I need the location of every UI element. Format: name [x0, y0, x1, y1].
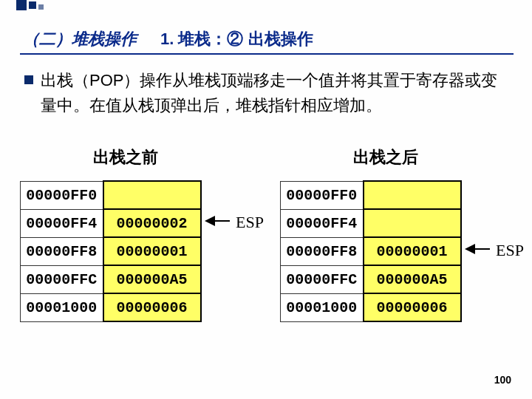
addr-cell: 00000FFC: [21, 265, 103, 293]
table-row: 00000FFC000000A5: [21, 265, 201, 293]
val-cell: 00000002: [103, 209, 201, 237]
after-title: 出栈之后: [258, 146, 514, 168]
table-row: 00000FF0: [281, 181, 461, 209]
before-diagram: 出栈之前 00000FF0 00000FF400000002 00000FF80…: [20, 146, 253, 322]
after-stack-table: 00000FF0 00000FF4 00000FF800000001 00000…: [280, 180, 462, 322]
before-stack-table: 00000FF0 00000FF400000002 00000FF8000000…: [20, 180, 202, 322]
stack-diagrams: 出栈之前 00000FF0 00000FF400000002 00000FF80…: [20, 146, 514, 322]
table-row: 00000FF0: [21, 181, 201, 209]
subsection-title: 1. 堆栈：② 出栈操作: [160, 28, 313, 50]
val-cell: [103, 181, 201, 209]
addr-cell: 00000FF8: [281, 237, 364, 265]
val-cell: [364, 181, 461, 209]
arrow-left-icon: [205, 216, 215, 226]
paragraph-text: 出栈（POP）操作从堆栈顶端移走一个值并将其置于寄存器或变量中。在值从栈顶弹出后…: [41, 68, 514, 118]
arrow-line: [475, 248, 490, 250]
addr-cell: 00000FF0: [21, 181, 103, 209]
table-row: 0000100000000006: [281, 293, 461, 321]
val-cell: [364, 209, 461, 237]
val-cell: 00000006: [103, 293, 201, 321]
arrow-left-icon: [465, 244, 475, 254]
addr-cell: 00001000: [21, 293, 103, 321]
val-cell: 000000A5: [364, 265, 461, 293]
val-cell: 00000001: [364, 237, 461, 265]
addr-cell: 00000FF4: [281, 209, 364, 237]
addr-cell: 00000FF8: [21, 237, 103, 265]
val-cell: 00000006: [364, 293, 461, 321]
addr-cell: 00000FF4: [21, 209, 103, 237]
page-number: 100: [494, 374, 511, 386]
addr-cell: 00000FFC: [281, 265, 364, 293]
table-row: 0000100000000006: [21, 293, 201, 321]
esp-label-after: ESP: [496, 241, 524, 260]
table-row: 00000FF4: [281, 209, 461, 237]
corner-decoration: [16, 0, 44, 10]
table-row: 00000FF400000002: [21, 209, 201, 237]
val-cell: 00000001: [103, 237, 201, 265]
addr-cell: 00000FF0: [281, 181, 364, 209]
val-cell: 000000A5: [103, 265, 201, 293]
after-diagram: 出栈之后 00000FF0 00000FF4 00000FF800000001 …: [280, 146, 514, 322]
section-title: （二）堆栈操作: [23, 28, 137, 50]
esp-label-before: ESP: [236, 213, 264, 232]
slide-header: （二）堆栈操作 1. 堆栈：② 出栈操作: [23, 28, 514, 50]
body-paragraph: 出栈（POP）操作从堆栈顶端移走一个值并将其置于寄存器或变量中。在值从栈顶弹出后…: [24, 68, 514, 118]
table-row: 00000FF800000001: [281, 237, 461, 265]
arrow-line: [215, 220, 230, 222]
before-title: 出栈之前: [0, 146, 253, 168]
bullet-icon: [24, 75, 33, 84]
header-rule: [20, 53, 514, 55]
addr-cell: 00001000: [281, 293, 364, 321]
table-row: 00000FFC000000A5: [281, 265, 461, 293]
table-row: 00000FF800000001: [21, 237, 201, 265]
